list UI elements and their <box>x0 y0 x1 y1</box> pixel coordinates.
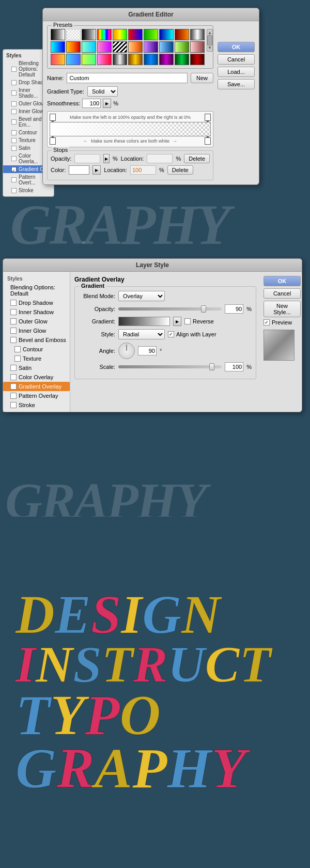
delete-button-2[interactable]: Delete <box>167 165 193 175</box>
cancel-button[interactable]: Cancel <box>218 54 255 65</box>
ls-ok-button[interactable]: OK <box>264 276 301 286</box>
outer-glow-cb[interactable] <box>10 318 17 324</box>
opacity-slider[interactable] <box>118 307 222 311</box>
ls-satin[interactable]: Satin <box>3 363 70 373</box>
ls-outer-glow[interactable]: Outer Glow <box>3 317 70 326</box>
preset-swatch-19[interactable] <box>190 41 205 53</box>
satin-checkbox[interactable] <box>11 146 17 151</box>
preset-swatch-4[interactable] <box>113 29 127 40</box>
gradient-dropdown-btn[interactable]: ▶ <box>173 317 181 326</box>
preview-checkbox[interactable] <box>264 319 270 326</box>
save-button[interactable]: Save... <box>218 79 255 89</box>
preset-swatch-3[interactable] <box>97 29 112 40</box>
preset-swatch-22[interactable] <box>82 54 96 65</box>
color-overlay-checkbox[interactable] <box>11 156 17 161</box>
drop-shadow-cb[interactable] <box>10 300 17 306</box>
ls-color-overlay[interactable]: Color Overlay <box>3 373 70 382</box>
preset-swatch-8[interactable] <box>175 29 189 40</box>
preset-swatch-9[interactable] <box>190 29 205 40</box>
smoothness-input[interactable] <box>82 99 101 108</box>
preset-swatch-15[interactable] <box>128 41 143 53</box>
opacity-value-input[interactable] <box>74 154 100 163</box>
preset-swatch-6[interactable] <box>144 29 158 40</box>
align-checkbox[interactable] <box>168 331 174 337</box>
load-button[interactable]: Load... <box>218 67 255 77</box>
preset-swatch-26[interactable] <box>144 54 158 65</box>
location-input-1[interactable] <box>147 154 173 163</box>
preset-swatch-24[interactable] <box>113 54 127 65</box>
preset-swatch-21[interactable] <box>66 54 81 65</box>
preset-swatch-23[interactable] <box>97 54 112 65</box>
preset-swatch-18[interactable] <box>175 41 189 53</box>
gradient-preview[interactable] <box>118 317 170 326</box>
opacity-stop-right[interactable] <box>205 114 211 121</box>
ls-new-style-button[interactable]: New Style... <box>264 301 301 317</box>
ls-inner-shadow[interactable]: Inner Shadow <box>3 307 70 317</box>
inner-shadow-cb[interactable] <box>10 309 17 315</box>
preset-swatch-0[interactable] <box>51 29 65 40</box>
preset-swatch-13[interactable] <box>97 41 112 53</box>
preset-swatch-7[interactable] <box>159 29 174 40</box>
name-input[interactable] <box>67 73 188 83</box>
ok-button[interactable]: OK <box>218 42 255 52</box>
gradient-overlay-checkbox[interactable] <box>11 167 17 172</box>
scroll-up-arrow[interactable]: ▲ <box>208 30 212 35</box>
stroke-cb[interactable] <box>10 402 17 408</box>
ls-gradient-overlay[interactable]: Gradient Overlay <box>3 382 70 391</box>
angle-input[interactable] <box>138 346 157 355</box>
scroll-thumb[interactable] <box>207 35 212 45</box>
preset-swatch-25[interactable] <box>128 54 143 65</box>
inner-glow-cb[interactable] <box>10 328 17 334</box>
delete-button-1[interactable]: Delete <box>184 154 210 163</box>
opacity-stepper[interactable]: ▶ <box>103 154 110 163</box>
smoothness-stepper[interactable]: ▶ <box>103 99 111 108</box>
scale-slider[interactable] <box>118 365 222 368</box>
ls-inner-glow[interactable]: Inner Glow <box>3 326 70 335</box>
reverse-checkbox[interactable] <box>184 318 191 324</box>
satin-cb[interactable] <box>10 365 17 371</box>
angle-dial[interactable] <box>118 343 135 359</box>
preset-swatch-1[interactable] <box>66 29 81 40</box>
scroll-down-arrow[interactable]: ▼ <box>208 45 212 50</box>
ls-pattern-overlay[interactable]: Pattern Overlay <box>3 391 70 400</box>
ls-texture[interactable]: Texture <box>3 354 70 363</box>
color-swatch-button[interactable] <box>69 165 89 175</box>
preset-swatch-20[interactable] <box>51 54 65 65</box>
color-stop-left[interactable] <box>50 137 56 145</box>
ls-drop-shadow[interactable]: Drop Shadow <box>3 298 70 307</box>
outer-glow-checkbox[interactable] <box>11 101 17 106</box>
ls-blending-options[interactable]: Blending Options: Default <box>3 283 70 298</box>
preset-swatch-12[interactable] <box>82 41 96 53</box>
contour-cb[interactable] <box>14 346 21 352</box>
preset-swatch-11[interactable] <box>66 41 81 53</box>
opacity-thumb[interactable] <box>201 305 206 313</box>
inner-glow-checkbox[interactable] <box>11 109 17 114</box>
preset-swatch-14[interactable] <box>113 41 127 53</box>
drop-shadow-checkbox[interactable] <box>11 80 17 85</box>
color-overlay-cb[interactable] <box>10 374 17 380</box>
color-stepper[interactable]: ▶ <box>92 165 101 175</box>
blending-options-checkbox[interactable] <box>11 67 17 72</box>
preset-swatch-2[interactable] <box>82 29 96 40</box>
color-stop-right[interactable] <box>205 137 211 145</box>
texture-cb[interactable] <box>14 355 21 362</box>
texture-checkbox[interactable] <box>11 138 17 143</box>
style-select[interactable]: Radial Linear Angle <box>118 329 165 339</box>
bevel-emboss-checkbox[interactable] <box>11 119 17 125</box>
pattern-overlay-cb[interactable] <box>10 393 17 399</box>
scale-thumb[interactable] <box>209 363 214 370</box>
preset-swatch-27[interactable] <box>159 54 174 65</box>
location-input-2[interactable] <box>130 165 156 175</box>
inner-shadow-checkbox[interactable] <box>11 90 17 96</box>
ls-bevel-emboss[interactable]: Bevel and Emboss <box>3 335 70 345</box>
contour-checkbox[interactable] <box>11 130 17 135</box>
ls-stroke[interactable]: Stroke <box>3 400 70 410</box>
ls-cancel-button[interactable]: Cancel <box>264 288 301 299</box>
preset-swatch-5[interactable] <box>128 29 143 40</box>
blend-mode-select[interactable]: Overlay Normal Multiply <box>118 291 165 301</box>
preset-swatch-10[interactable] <box>51 41 65 53</box>
preset-swatch-17[interactable] <box>159 41 174 53</box>
preset-swatch-16[interactable] <box>144 41 158 53</box>
bevel-emboss-cb[interactable] <box>10 337 17 343</box>
gradient-type-select[interactable]: Solid Noise <box>87 86 118 97</box>
